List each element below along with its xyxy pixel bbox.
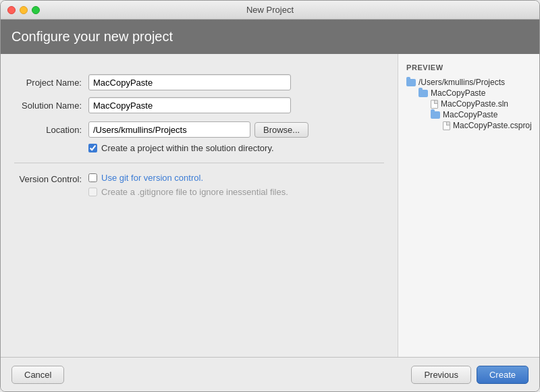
preview-area: PREVIEW /Users/kmullins/ProjectsMacCopyP…	[398, 54, 539, 357]
location-input[interactable]	[88, 121, 250, 138]
git-row: Use git for version control.	[88, 173, 288, 183]
location-row: Location: Browse...	[14, 121, 384, 138]
git-checkbox[interactable]	[88, 173, 97, 182]
tree-item-name: MacCopyPaste	[431, 88, 485, 98]
tree-item-name: MacCopyPaste.csproj	[453, 121, 532, 130]
project-name-row: Project Name:	[14, 74, 384, 90]
create-button[interactable]: Create	[477, 366, 529, 384]
tree-item: MacCopyPaste	[406, 109, 531, 120]
page-header: Configure your new project	[1, 20, 539, 54]
create-in-solution-label: Create a project within the solution dir…	[101, 143, 274, 153]
tree-item-name: MacCopyPaste	[443, 110, 497, 119]
gitignore-label: Create a .gitignore file to ignore iness…	[101, 187, 288, 197]
page-title: Configure your new project	[11, 29, 529, 45]
project-name-label: Project Name:	[14, 78, 88, 88]
folder-icon	[406, 79, 416, 86]
file-icon	[431, 100, 438, 109]
browse-button[interactable]: Browse...	[254, 122, 308, 138]
gitignore-checkbox[interactable]	[88, 188, 97, 196]
create-in-solution-row: Create a project within the solution dir…	[88, 143, 384, 153]
file-icon	[443, 121, 450, 130]
version-controls-group: Use git for version control. Create a .g…	[88, 173, 288, 197]
tree-item-name: /Users/kmullins/Projects	[418, 78, 505, 87]
form-area: Project Name: Solution Name: Location: B…	[1, 54, 398, 357]
maximize-button[interactable]	[32, 6, 40, 14]
tree-item: MacCopyPaste	[406, 88, 531, 99]
tree-item: MacCopyPaste.csproj	[406, 120, 531, 131]
divider	[14, 163, 384, 163]
close-button[interactable]	[7, 6, 16, 14]
footer-left: Cancel	[11, 366, 64, 384]
window-controls	[7, 6, 40, 14]
cancel-button[interactable]: Cancel	[11, 366, 64, 384]
version-control-section: Version Control: Use git for version con…	[14, 173, 384, 197]
solution-name-label: Solution Name:	[14, 101, 88, 111]
tree-item: /Users/kmullins/Projects	[406, 77, 531, 88]
version-control-label: Version Control:	[14, 173, 88, 184]
solution-name-row: Solution Name:	[14, 97, 384, 113]
tree-item-name: MacCopyPaste.sln	[441, 99, 508, 109]
gitignore-row: Create a .gitignore file to ignore iness…	[88, 187, 288, 197]
footer: Cancel Previous Create	[1, 357, 539, 392]
preview-tree: /Users/kmullins/ProjectsMacCopyPasteMacC…	[406, 77, 531, 131]
preview-label: PREVIEW	[406, 63, 531, 72]
project-name-input[interactable]	[88, 74, 291, 90]
git-label: Use git for version control.	[101, 173, 203, 183]
footer-right: Previous Create	[411, 366, 529, 384]
solution-name-input[interactable]	[88, 97, 291, 113]
titlebar: New Project	[1, 1, 539, 20]
minimize-button[interactable]	[20, 6, 28, 14]
folder-icon	[431, 111, 440, 119]
tree-item: MacCopyPaste.sln	[406, 99, 531, 109]
main-layout: Project Name: Solution Name: Location: B…	[1, 54, 539, 357]
previous-button[interactable]: Previous	[411, 366, 471, 384]
window-title: New Project	[246, 5, 294, 15]
create-in-solution-checkbox[interactable]	[88, 144, 97, 152]
location-label: Location:	[14, 125, 88, 135]
folder-icon	[418, 90, 428, 97]
